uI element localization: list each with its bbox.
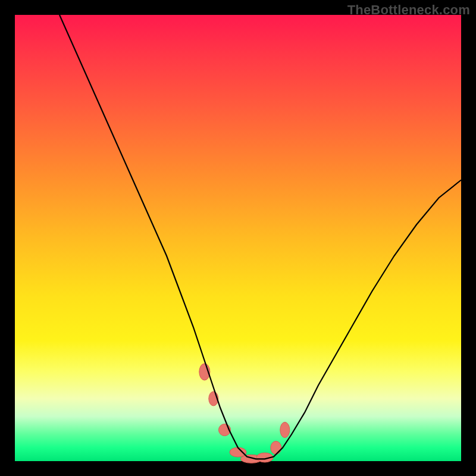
watermark-text: TheBottleneck.com <box>347 2 470 18</box>
chart-frame: TheBottleneck.com <box>0 0 476 476</box>
chart-svg <box>15 15 461 461</box>
trough-marker <box>271 441 281 455</box>
plot-area <box>15 15 461 461</box>
marker-layer <box>199 364 290 463</box>
trough-marker <box>280 422 290 438</box>
trough-marker <box>230 447 246 457</box>
bottleneck-curve <box>60 15 461 459</box>
